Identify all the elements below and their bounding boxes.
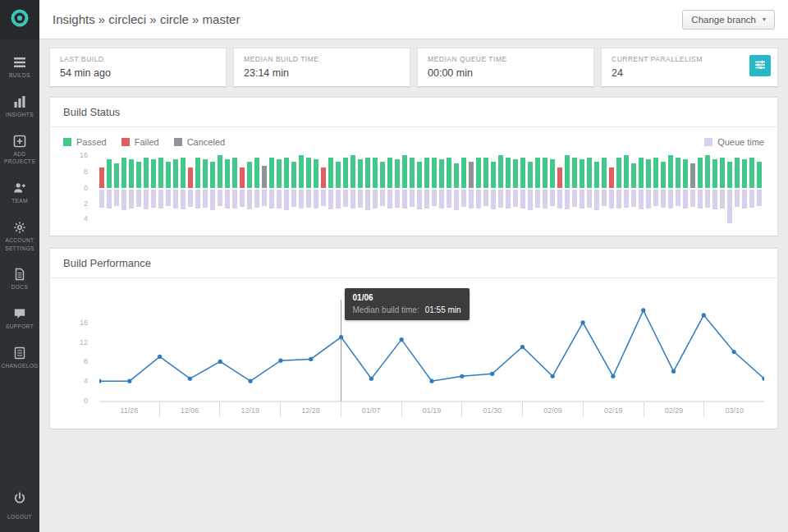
- build-bar[interactable]: [387, 155, 392, 224]
- build-bar[interactable]: [476, 155, 481, 224]
- build-bar[interactable]: [609, 155, 614, 224]
- build-bar[interactable]: [299, 155, 304, 224]
- build-bar[interactable]: [99, 155, 104, 224]
- build-bar[interactable]: [557, 155, 562, 224]
- build-bar[interactable]: [181, 155, 186, 224]
- build-bar[interactable]: [306, 155, 311, 224]
- build-bar[interactable]: [314, 155, 318, 224]
- build-bar[interactable]: [616, 155, 621, 224]
- build-bar[interactable]: [343, 155, 348, 224]
- build-bar[interactable]: [520, 155, 525, 224]
- build-bar[interactable]: [247, 155, 252, 224]
- build-bar[interactable]: [203, 155, 208, 224]
- build-bar[interactable]: [269, 155, 274, 224]
- build-bar[interactable]: [742, 155, 747, 224]
- build-bar[interactable]: [757, 155, 762, 224]
- build-bar[interactable]: [188, 155, 193, 224]
- build-bar[interactable]: [262, 155, 267, 224]
- build-bar[interactable]: [254, 155, 259, 224]
- build-bar[interactable]: [483, 155, 488, 224]
- sidebar-item-insights[interactable]: INSIGHTS: [0, 87, 39, 126]
- build-bar[interactable]: [232, 155, 237, 224]
- build-bar[interactable]: [107, 155, 112, 224]
- build-bar[interactable]: [350, 155, 355, 224]
- build-bar[interactable]: [173, 155, 178, 224]
- build-bar[interactable]: [380, 155, 385, 224]
- build-bar[interactable]: [683, 155, 688, 224]
- build-bar[interactable]: [676, 155, 680, 224]
- build-bar[interactable]: [749, 155, 754, 224]
- build-bar[interactable]: [580, 155, 584, 224]
- build-bar[interactable]: [210, 155, 215, 224]
- circleci-logo[interactable]: [0, 0, 39, 39]
- build-bar[interactable]: [336, 155, 341, 224]
- build-bar[interactable]: [720, 155, 725, 224]
- build-bar[interactable]: [528, 155, 533, 224]
- build-bar[interactable]: [402, 155, 407, 224]
- build-bar[interactable]: [432, 155, 437, 224]
- sidebar-item-support[interactable]: SUPPORT: [0, 299, 39, 338]
- build-bar[interactable]: [661, 155, 666, 224]
- build-bar[interactable]: [195, 155, 200, 224]
- build-bar[interactable]: [712, 155, 717, 224]
- sidebar-item-team[interactable]: TEAM: [0, 173, 39, 213]
- build-bar[interactable]: [639, 155, 644, 224]
- build-bar[interactable]: [735, 155, 740, 224]
- build-bar[interactable]: [129, 155, 134, 224]
- build-bar[interactable]: [151, 155, 156, 224]
- build-bar[interactable]: [454, 155, 459, 224]
- sidebar-item-logout[interactable]: LOGOUT: [0, 484, 39, 532]
- build-bar[interactable]: [410, 155, 415, 224]
- build-bar[interactable]: [550, 155, 555, 224]
- build-bar[interactable]: [668, 155, 673, 224]
- build-bar[interactable]: [594, 155, 599, 224]
- build-bar[interactable]: [358, 155, 363, 224]
- parallelism-settings-button[interactable]: [749, 55, 771, 76]
- build-bar[interactable]: [373, 155, 378, 224]
- build-bar[interactable]: [218, 155, 222, 224]
- build-bar[interactable]: [277, 155, 282, 224]
- build-bar[interactable]: [543, 155, 547, 224]
- change-branch-button[interactable]: Change branch ▾: [682, 10, 775, 30]
- build-bar[interactable]: [158, 155, 163, 224]
- build-bar[interactable]: [114, 155, 119, 224]
- build-bar[interactable]: [624, 155, 629, 224]
- build-bar[interactable]: [498, 155, 503, 224]
- build-bar[interactable]: [506, 155, 511, 224]
- build-bar[interactable]: [602, 155, 607, 224]
- build-bar[interactable]: [291, 155, 296, 224]
- build-bar[interactable]: [439, 155, 444, 224]
- build-bar[interactable]: [535, 155, 540, 224]
- build-bar[interactable]: [469, 155, 474, 224]
- build-bar[interactable]: [572, 155, 577, 224]
- build-bar[interactable]: [144, 155, 149, 224]
- build-bar[interactable]: [365, 155, 370, 224]
- build-bar[interactable]: [321, 155, 326, 224]
- build-bar[interactable]: [727, 155, 732, 224]
- build-bar[interactable]: [121, 155, 126, 224]
- build-bar[interactable]: [136, 155, 141, 224]
- build-bar[interactable]: [447, 155, 451, 224]
- build-bar[interactable]: [225, 155, 230, 224]
- build-bar[interactable]: [690, 155, 695, 224]
- build-bar[interactable]: [587, 155, 592, 224]
- sidebar-item-builds[interactable]: BUILDS: [0, 48, 39, 87]
- build-bar[interactable]: [513, 155, 518, 224]
- build-bar[interactable]: [646, 155, 651, 224]
- build-bar[interactable]: [491, 155, 496, 224]
- build-bar[interactable]: [284, 155, 289, 224]
- build-bar[interactable]: [328, 155, 333, 224]
- sidebar-item-changelog[interactable]: CHANGELOG: [0, 338, 39, 378]
- build-bar[interactable]: [705, 155, 710, 224]
- build-bar[interactable]: [698, 155, 703, 224]
- build-bar[interactable]: [461, 155, 466, 224]
- build-bar[interactable]: [631, 155, 636, 224]
- build-bar[interactable]: [417, 155, 422, 224]
- build-bar[interactable]: [565, 155, 570, 224]
- sidebar-item-add-projects[interactable]: ADD PROJECTS: [0, 126, 39, 174]
- build-bar[interactable]: [240, 155, 245, 224]
- sidebar-item-account-settings[interactable]: ACCOUNT SETTINGS: [0, 213, 39, 260]
- build-bar[interactable]: [166, 155, 171, 224]
- build-bar[interactable]: [395, 155, 400, 224]
- sidebar-item-docs[interactable]: DOCS: [0, 259, 39, 299]
